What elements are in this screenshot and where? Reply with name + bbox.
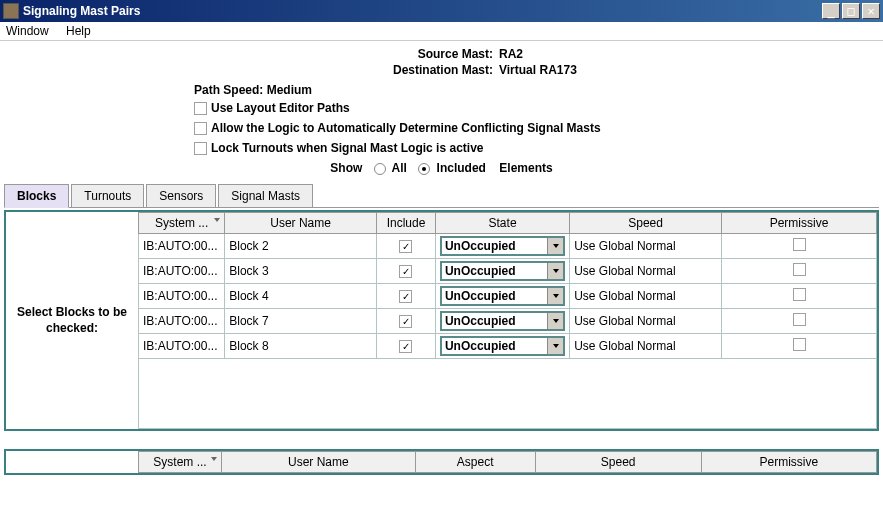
col2-system[interactable]: System ... <box>139 452 222 473</box>
use-layout-label: Use Layout Editor Paths <box>211 101 350 115</box>
cell-username: Block 4 <box>225 284 377 309</box>
lock-turnouts-label: Lock Turnouts when Signal Mast Logic is … <box>211 141 484 155</box>
cell-system: IB:AUTO:00... <box>139 284 225 309</box>
blocks-caption: Select Blocks to be checked: <box>6 212 138 429</box>
table-row[interactable]: IB:AUTO:00...Block 3✓UnOccupiedUse Globa… <box>139 259 877 284</box>
use-layout-checkbox[interactable] <box>194 102 207 115</box>
cell-system: IB:AUTO:00... <box>139 309 225 334</box>
table-row[interactable]: IB:AUTO:00...Block 4✓UnOccupiedUse Globa… <box>139 284 877 309</box>
state-dropdown[interactable]: UnOccupied <box>440 261 565 281</box>
lock-turnouts-checkbox[interactable] <box>194 142 207 155</box>
table-row[interactable]: IB:AUTO:00...Block 7✓UnOccupiedUse Globa… <box>139 309 877 334</box>
source-mast-label: Source Mast: <box>4 47 499 61</box>
permissive-checkbox[interactable] <box>793 238 806 251</box>
cell-speed: Use Global Normal <box>570 334 722 359</box>
col-state[interactable]: State <box>435 213 569 234</box>
cell-system: IB:AUTO:00... <box>139 234 225 259</box>
table-row[interactable]: IB:AUTO:00...Block 8✓UnOccupiedUse Globa… <box>139 334 877 359</box>
cell-speed: Use Global Normal <box>570 234 722 259</box>
col-include[interactable]: Include <box>377 213 436 234</box>
col-username[interactable]: User Name <box>225 213 377 234</box>
show-filter-row: Show All Included Elements <box>4 161 879 175</box>
chevron-down-icon <box>547 338 563 354</box>
permissive-checkbox[interactable] <box>793 313 806 326</box>
menu-help[interactable]: Help <box>66 24 91 38</box>
col2-speed[interactable]: Speed <box>535 452 701 473</box>
chevron-down-icon <box>547 238 563 254</box>
radio-included[interactable] <box>418 163 430 175</box>
sort-icon <box>211 457 217 461</box>
col-permissive[interactable]: Permissive <box>722 213 877 234</box>
tab-blocks[interactable]: Blocks <box>4 184 69 208</box>
col-speed[interactable]: Speed <box>570 213 722 234</box>
window-title: Signaling Mast Pairs <box>23 4 822 18</box>
sort-icon <box>214 218 220 222</box>
chevron-down-icon <box>547 313 563 329</box>
state-dropdown[interactable]: UnOccupied <box>440 236 565 256</box>
include-checkbox[interactable]: ✓ <box>399 290 412 303</box>
tab-sensors[interactable]: Sensors <box>146 184 216 208</box>
include-checkbox[interactable]: ✓ <box>399 340 412 353</box>
col-system[interactable]: System ... <box>139 213 225 234</box>
close-button[interactable]: ✕ <box>862 3 880 19</box>
auto-determine-checkbox[interactable] <box>194 122 207 135</box>
chevron-down-icon <box>547 288 563 304</box>
col2-aspect[interactable]: Aspect <box>415 452 535 473</box>
table-row[interactable]: IB:AUTO:00...Block 2✓UnOccupiedUse Globa… <box>139 234 877 259</box>
cell-system: IB:AUTO:00... <box>139 334 225 359</box>
elements-label: Elements <box>499 161 552 175</box>
radio-included-label: Included <box>437 161 486 175</box>
maximize-button[interactable]: □ <box>842 3 860 19</box>
auto-determine-label: Allow the Logic to Automatically Determi… <box>211 121 601 135</box>
state-dropdown[interactable]: UnOccupied <box>440 311 565 331</box>
lower-table-frame: System ... User Name Aspect Speed Permis… <box>4 449 879 475</box>
include-checkbox[interactable]: ✓ <box>399 265 412 278</box>
path-speed-label: Path Speed: Medium <box>194 83 879 97</box>
permissive-checkbox[interactable] <box>793 338 806 351</box>
app-icon <box>3 3 19 19</box>
permissive-checkbox[interactable] <box>793 288 806 301</box>
blocks-table-frame: Select Blocks to be checked: System ... … <box>4 210 879 431</box>
cell-username: Block 3 <box>225 259 377 284</box>
cell-username: Block 7 <box>225 309 377 334</box>
permissive-checkbox[interactable] <box>793 263 806 276</box>
lower-table: System ... User Name Aspect Speed Permis… <box>138 451 877 473</box>
radio-all-label: All <box>392 161 407 175</box>
state-dropdown[interactable]: UnOccupied <box>440 336 565 356</box>
cell-username: Block 8 <box>225 334 377 359</box>
chevron-down-icon <box>547 263 563 279</box>
dest-mast-value: Virtual RA173 <box>499 63 577 77</box>
tab-signal-masts[interactable]: Signal Masts <box>218 184 313 208</box>
tab-turnouts[interactable]: Turnouts <box>71 184 144 208</box>
cell-system: IB:AUTO:00... <box>139 259 225 284</box>
radio-all[interactable] <box>374 163 386 175</box>
menu-window[interactable]: Window <box>6 24 49 38</box>
minimize-button[interactable]: _ <box>822 3 840 19</box>
cell-speed: Use Global Normal <box>570 259 722 284</box>
cell-username: Block 2 <box>225 234 377 259</box>
col2-permissive[interactable]: Permissive <box>701 452 876 473</box>
state-dropdown[interactable]: UnOccupied <box>440 286 565 306</box>
title-bar: Signaling Mast Pairs _ □ ✕ <box>0 0 883 22</box>
blocks-table: System ... User Name Include State Speed… <box>138 212 877 359</box>
col2-username[interactable]: User Name <box>222 452 416 473</box>
include-checkbox[interactable]: ✓ <box>399 315 412 328</box>
dest-mast-label: Destination Mast: <box>4 63 499 77</box>
table-empty-area <box>138 359 877 429</box>
source-mast-value: RA2 <box>499 47 523 61</box>
show-label: Show <box>330 161 362 175</box>
cell-speed: Use Global Normal <box>570 284 722 309</box>
lower-caption <box>6 451 138 473</box>
menu-bar: Window Help <box>0 22 883 41</box>
tab-bar: Blocks Turnouts Sensors Signal Masts <box>4 183 879 208</box>
include-checkbox[interactable]: ✓ <box>399 240 412 253</box>
cell-speed: Use Global Normal <box>570 309 722 334</box>
